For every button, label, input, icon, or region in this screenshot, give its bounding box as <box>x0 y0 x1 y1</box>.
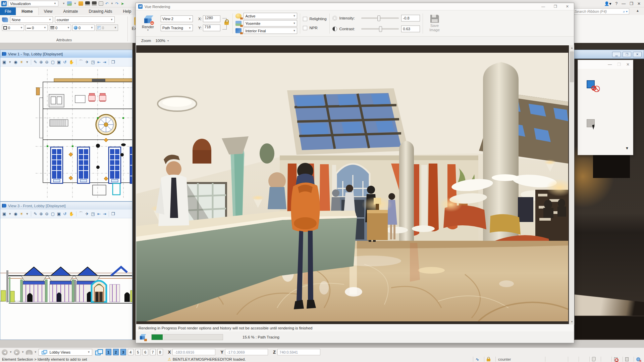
line-weight-combo[interactable]: 0▼ <box>49 25 71 31</box>
view-next-icon[interactable]: ⇥ <box>103 212 106 216</box>
view3-window[interactable]: View 3 - Front, Lobby [Displayset] ▣▼ ◉ … <box>0 201 132 340</box>
rotate-view-icon[interactable]: ↺ <box>63 60 66 64</box>
update-view-icon[interactable]: ✎ <box>34 212 37 216</box>
clear-fence-icon[interactable] <box>26 350 33 355</box>
connection-status-icon[interactable] <box>636 357 640 361</box>
tab-home[interactable]: Home <box>16 7 38 15</box>
fit-view-icon[interactable]: ▣ <box>57 60 61 64</box>
zoom-in-icon[interactable]: ⊕ <box>40 212 43 216</box>
view-previous-icon[interactable]: ⇤ <box>97 212 101 216</box>
clipboard-icon[interactable] <box>625 357 629 361</box>
fly-icon[interactable]: ✈ <box>85 212 89 216</box>
dialog-close-button[interactable]: ✕ <box>566 4 569 9</box>
y-coordinate-field[interactable]: -17:0.3069 <box>225 349 268 355</box>
walk-icon[interactable]: ⌒ <box>79 211 83 217</box>
color-combo[interactable]: 0▼ <box>2 25 24 31</box>
render-view-combo[interactable]: View 2▼ <box>161 15 193 22</box>
pan-view-icon[interactable]: ✋ <box>69 212 74 216</box>
close-button[interactable]: ✕ <box>637 1 641 6</box>
view-menu-icon[interactable] <box>2 204 6 208</box>
minimize-button[interactable]: — <box>622 1 626 6</box>
y-size-field[interactable]: 718 <box>203 25 220 31</box>
window-area-icon[interactable]: ▢ <box>51 212 55 216</box>
render-mode-combo[interactable]: Path Tracing▼ <box>161 25 193 31</box>
view1-window[interactable]: View 1 - Top, Lobby [Displayset] ▣▼ ◉ ☀▼… <box>0 50 132 201</box>
palette-close-button[interactable]: ✕ <box>626 62 630 67</box>
zoom-out-icon[interactable]: ⊖ <box>45 212 49 216</box>
contrast-slider[interactable] <box>361 28 399 30</box>
undo-icon[interactable]: ↶ <box>105 1 109 6</box>
help-button[interactable]: ? <box>615 1 618 6</box>
view2-close-button[interactable]: ✕ <box>633 52 642 57</box>
tab-help[interactable]: Help <box>118 7 137 15</box>
workflow-selector[interactable]: Visualization ▼ <box>8 1 58 6</box>
saved-views-combo[interactable]: Lobby Views ▼ <box>39 349 92 356</box>
line-style-combo[interactable]: 0▼ <box>25 25 48 31</box>
dialog-maximize-button[interactable]: ❐ <box>554 4 557 9</box>
view-toggle-8[interactable]: 8 <box>157 349 163 355</box>
pan-view-icon[interactable]: ✋ <box>69 60 74 64</box>
view-display-mode-icon[interactable]: ▣ <box>2 212 6 216</box>
display-style-icon[interactable]: ☀ <box>20 212 23 216</box>
tab-view[interactable]: View <box>39 7 58 15</box>
view-redo-button[interactable]: ▶ <box>14 349 20 355</box>
display-style-icon[interactable]: ☀ <box>20 60 23 64</box>
search-icon[interactable]: ⌕ ▾ <box>623 9 628 14</box>
view-undo-button[interactable]: ◀ <box>2 349 8 355</box>
view-toggle-1[interactable]: 1 <box>106 349 111 355</box>
environment-combo[interactable]: Yosemite▼ <box>244 20 297 27</box>
tab-drawing-aids[interactable]: Drawing Aids <box>84 7 118 15</box>
window-area-icon[interactable]: ▢ <box>51 60 55 64</box>
quick-access-chevron-icon[interactable]: ▼ <box>62 2 65 5</box>
palette-expand-chevron-icon[interactable]: ▼ <box>625 146 629 150</box>
intensity-value[interactable]: -0.8 <box>401 15 420 21</box>
print-icon[interactable] <box>99 1 103 6</box>
rotate-view-icon[interactable]: ↺ <box>63 212 66 216</box>
view-toggle-4[interactable]: 4 <box>128 349 133 355</box>
scrollbar-thumb[interactable] <box>570 51 574 82</box>
search-ribbon-input[interactable]: Search Ribbon (F4) ⌕ ▾ <box>573 8 629 14</box>
ribbon-collapse-button[interactable]: ▲ <box>636 9 639 12</box>
copy-view-icon[interactable]: ❐ <box>111 212 115 216</box>
chevron-down-icon[interactable]: ▼ <box>74 2 76 5</box>
npr-checkbox[interactable]: NPR <box>303 26 326 30</box>
restore-button[interactable]: ❐ <box>630 1 633 6</box>
palette-minimize-button[interactable]: — <box>608 62 612 67</box>
x-size-field[interactable]: 1280 <box>203 15 220 22</box>
user-account-icon[interactable]: 👤▾ <box>604 1 611 6</box>
view-toggle-6[interactable]: 6 <box>143 349 148 355</box>
view-toggle-2[interactable]: 2 <box>113 349 119 355</box>
view-attributes-icon[interactable]: ◉ <box>14 212 17 216</box>
active-level-combo[interactable]: None▼ <box>10 16 53 23</box>
transparency-combo[interactable]: 0▼ <box>96 25 118 31</box>
fit-view-icon[interactable]: ▣ <box>57 212 61 216</box>
save-icon[interactable] <box>85 1 90 6</box>
locks-icon[interactable] <box>487 359 490 361</box>
tab-animate[interactable]: Animate <box>58 7 83 15</box>
aspect-lock-icon[interactable] <box>222 15 230 32</box>
snap-mode-icon[interactable]: ∿ <box>476 357 479 362</box>
dialog-titlebar[interactable]: M Vue Rendering — ❐ ✕ <box>136 3 574 10</box>
view1-titlebar[interactable]: View 1 - Top, Lobby [Displayset] <box>0 50 132 58</box>
navigate-icon[interactable]: ◳ <box>91 60 95 64</box>
view-previous-icon[interactable]: ⇤ <box>97 60 101 64</box>
active-lock-field[interactable]: counter <box>495 357 542 362</box>
x-coordinate-field[interactable]: -183:0.6916 <box>172 349 215 355</box>
fly-icon[interactable]: ✈ <box>85 60 89 64</box>
pin-icon[interactable]: ➤ <box>121 1 124 6</box>
view1-canvas[interactable] <box>0 66 132 201</box>
view-next-icon[interactable]: ⇥ <box>103 60 106 64</box>
design-history-icon[interactable] <box>614 357 618 361</box>
undo-chevron-icon[interactable]: ▼ <box>111 2 113 5</box>
view-toggle-7[interactable]: 7 <box>150 349 156 355</box>
contrast-value[interactable]: 0.63 <box>401 26 420 32</box>
save-settings-icon[interactable] <box>92 1 97 6</box>
element-template-combo[interactable]: counter▼ <box>55 16 115 23</box>
update-view-icon[interactable]: ✎ <box>34 60 37 64</box>
view-menu-icon[interactable] <box>2 52 6 56</box>
zoom-in-icon[interactable]: ⊕ <box>40 60 43 64</box>
tab-file[interactable]: File <box>0 7 16 15</box>
view3-titlebar[interactable]: View 3 - Front, Lobby [Displayset] <box>0 202 132 210</box>
canvas-scrollbar[interactable]: ▲ ▼ <box>569 45 574 325</box>
view2-restore-button[interactable]: ❐ <box>623 52 631 57</box>
